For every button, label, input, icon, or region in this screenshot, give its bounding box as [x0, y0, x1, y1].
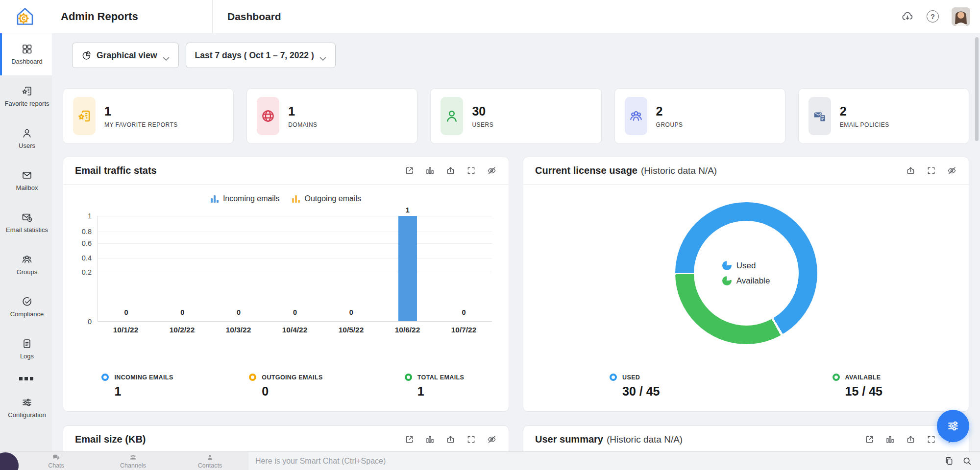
sidebar-item-label: Dashboard: [10, 58, 44, 66]
customize-fab-button[interactable]: [937, 410, 969, 442]
chart-legend: Incoming emails Outgoing emails: [63, 194, 509, 203]
sidebar-item-mailbox[interactable]: Mailbox: [0, 160, 52, 202]
clipboard-icon[interactable]: [944, 456, 954, 466]
sidebar-item-logs[interactable]: Logs: [0, 328, 52, 370]
user-summary-panel: User summary (Historic data N/A): [523, 425, 969, 451]
stat-label: DOMAINS: [288, 121, 317, 128]
bar-series-icon: [211, 195, 219, 203]
sidebar-item-configuration[interactable]: Configuration: [0, 387, 52, 429]
stat-card-favorite-reports[interactable]: 1 MY FAVORITE REPORTS: [63, 88, 234, 144]
panel-toolbar: [906, 165, 957, 176]
email-traffic-panel: Email traffic stats: [63, 157, 509, 412]
sliders-icon: [946, 419, 960, 433]
fullscreen-icon[interactable]: [466, 165, 476, 176]
fullscreen-icon[interactable]: [926, 434, 936, 445]
fullscreen-icon[interactable]: [926, 165, 936, 176]
hide-icon[interactable]: [487, 165, 497, 176]
export-icon[interactable]: [445, 165, 456, 176]
groups-icon: [21, 254, 33, 265]
sidebar-item-compliance[interactable]: Compliance: [0, 286, 52, 328]
open-icon[interactable]: [404, 165, 415, 176]
app-logo-icon: [14, 5, 36, 28]
panel-header: Email size (KB): [63, 426, 509, 451]
export-icon[interactable]: [906, 165, 916, 176]
open-icon[interactable]: [404, 434, 415, 445]
chart-type-icon[interactable]: [885, 434, 895, 445]
pie-icon: [722, 261, 732, 270]
fullscreen-icon[interactable]: [466, 434, 476, 445]
ring-dot: [249, 374, 256, 381]
chat-tab-contacts[interactable]: Contacts: [172, 452, 248, 470]
export-icon[interactable]: [906, 434, 916, 445]
grid-icon: [21, 43, 33, 55]
favorite-report-icon: [73, 97, 96, 135]
sidebar-item-groups[interactable]: Groups: [0, 244, 52, 286]
summary-outgoing: OUTGOING EMAILS 0: [212, 374, 360, 399]
groups-icon: [625, 97, 647, 135]
ring-dot: [405, 374, 412, 381]
search-icon[interactable]: [962, 456, 972, 466]
view-selector-label: Graphical view: [97, 50, 157, 61]
pie-chart-icon: [81, 50, 91, 60]
stat-card-domains[interactable]: 1 DOMAINS: [246, 88, 417, 144]
scrollbar-thumb[interactable]: [975, 37, 979, 141]
chart-type-icon[interactable]: [425, 434, 435, 445]
sidebar-item-users[interactable]: Users: [0, 118, 52, 160]
sidebar-item-email-statistics[interactable]: Email statistics: [0, 202, 52, 244]
help-icon[interactable]: ?: [927, 10, 939, 23]
smart-chat-bar: Chats Channels Contacts: [0, 451, 980, 470]
hide-icon[interactable]: [487, 434, 497, 445]
ellipsis-icon[interactable]: [0, 370, 52, 387]
user-icon: [441, 97, 463, 135]
sidebar-item-label: Configuration: [6, 412, 47, 419]
donut-legend: Used Available: [722, 261, 770, 286]
license-donut: Used Available: [675, 202, 817, 344]
chart-type-icon[interactable]: [425, 165, 435, 176]
pie-icon: [722, 276, 732, 285]
view-selector-dropdown[interactable]: Graphical view: [72, 43, 179, 68]
stat-card-groups[interactable]: 2 GROUPS: [614, 88, 785, 144]
app-title: Admin Reports: [61, 10, 138, 23]
stat-value: 1: [104, 104, 178, 118]
panel-title: Email size (KB): [75, 434, 146, 445]
legend-outgoing: Outgoing emails: [292, 194, 361, 203]
page-title: Dashboard: [227, 11, 281, 23]
summary-total: TOTAL EMAILS 1: [360, 374, 509, 399]
chat-tab-chats[interactable]: Chats: [18, 452, 95, 470]
stat-card-users[interactable]: 30 USERS: [430, 88, 601, 144]
sidebar-item-label: Logs: [19, 353, 35, 360]
stat-value: 30: [472, 104, 493, 118]
email-policy-icon: [808, 97, 831, 135]
stat-label: EMAIL POLICIES: [840, 121, 889, 128]
bar-chart-ylabels: 10.80.60.40.20: [75, 216, 98, 322]
chat-bar-actions: [944, 452, 980, 470]
panel-title: Current license usage: [535, 165, 637, 176]
favorite-report-icon: [21, 85, 33, 97]
sidebar-item-label: Mailbox: [15, 185, 40, 192]
stat-label: GROUPS: [656, 121, 683, 128]
date-range-dropdown[interactable]: Last 7 days ( Oct 1 – 7, 2022 ): [186, 43, 336, 68]
email-stats-icon: [21, 212, 33, 223]
logs-icon: [21, 338, 33, 350]
license-usage-panel: Current license usage (Historic data N/A…: [523, 157, 969, 412]
header-actions: ?: [901, 0, 970, 33]
chat-tab-channels[interactable]: Channels: [95, 452, 172, 470]
sidebar-item-dashboard[interactable]: Dashboard: [0, 33, 52, 75]
sidebar-item-label: Email statistics: [4, 227, 49, 234]
email-traffic-summary: INCOMING EMAILS 1 OUTGOING EMAILS 0: [63, 374, 509, 399]
ring-dot: [833, 374, 840, 381]
globe-icon: [257, 97, 279, 135]
user-avatar[interactable]: [952, 7, 970, 26]
open-icon[interactable]: [864, 434, 875, 445]
hide-icon[interactable]: [947, 165, 957, 176]
bar-chart-plot: 0000010: [98, 216, 492, 322]
export-icon[interactable]: [445, 434, 456, 445]
smart-chat-input[interactable]: [255, 457, 937, 466]
stat-card-email-policies[interactable]: 2 EMAIL POLICIES: [798, 88, 969, 144]
sidebar-item-favorite-reports[interactable]: Favorite reports: [0, 75, 52, 118]
chat-widget-circle[interactable]: [0, 452, 19, 470]
cloud-download-icon[interactable]: [901, 10, 914, 23]
legend-incoming: Incoming emails: [211, 194, 280, 203]
panel-title: User summary: [535, 434, 603, 445]
sidebar: Dashboard Favorite reports Users: [0, 33, 52, 451]
